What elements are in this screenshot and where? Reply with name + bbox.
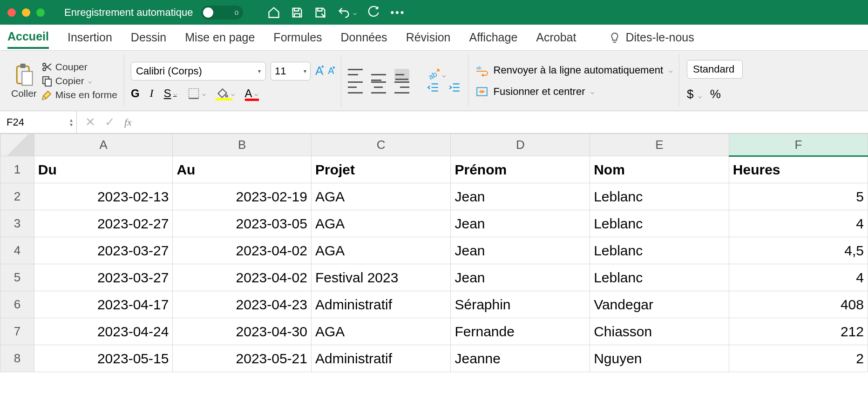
formula-input[interactable] [140,111,868,133]
cell-E3[interactable]: Leblanc [590,210,729,237]
cell-F2[interactable]: 5 [729,183,868,210]
increase-font-button[interactable]: A▴ [315,64,323,78]
column-header-D[interactable]: D [451,134,590,156]
tab-view[interactable]: Affichage [469,27,518,48]
number-format-dropdown[interactable]: Standard [687,60,743,79]
wrap-text-button[interactable]: ab Renvoyer à la ligne automatiquement ⌵ [475,64,672,76]
chevron-down-icon[interactable]: ⌵ [353,9,357,16]
cell-F1[interactable]: Heures [729,156,868,183]
undo-split-button[interactable]: ⌵ [337,6,357,19]
tab-draw[interactable]: Dessin [131,27,166,48]
autosave-toggle[interactable]: o [201,6,243,20]
merge-center-button[interactable]: Fusionner et centrer ⌵ [475,86,672,98]
cell-B8[interactable]: 2023-05-21 [173,345,312,372]
name-box-stepper[interactable]: ▴▾ [70,118,73,127]
align-top-button[interactable] [348,69,363,81]
cell-B1[interactable]: Au [173,156,312,183]
cell-C5[interactable]: Festival 2023 [311,264,450,291]
align-left-button[interactable] [348,81,363,93]
tab-page-layout[interactable]: Mise en page [185,27,255,48]
align-center-button[interactable] [371,81,386,93]
font-color-button[interactable]: A ⌵ [245,87,258,100]
column-header-F[interactable]: F [729,134,868,156]
cell-A7[interactable]: 2023-04-24 [34,318,173,345]
fx-icon[interactable]: fx [124,116,132,128]
row-header-6[interactable]: 6 [0,291,34,318]
cell-D3[interactable]: Jean [451,210,590,237]
tab-acrobat[interactable]: Acrobat [536,27,576,48]
tell-me-search[interactable]: Dites-le-nous [609,31,694,44]
cell-E6[interactable]: Vandegar [590,291,729,318]
name-box[interactable]: F24 ▴▾ [0,111,77,133]
cell-E5[interactable]: Leblanc [590,264,729,291]
cell-F6[interactable]: 408 [729,291,868,318]
cell-D8[interactable]: Jeanne [451,345,590,372]
close-window-button[interactable] [7,8,16,17]
percent-button[interactable]: % [710,87,721,101]
cell-D1[interactable]: Prénom [451,156,590,183]
cell-B3[interactable]: 2023-03-05 [173,210,312,237]
redo-icon[interactable] [367,6,380,19]
row-header-2[interactable]: 2 [0,183,34,210]
cell-B2[interactable]: 2023-02-19 [173,183,312,210]
font-name-dropdown[interactable]: Calibri (Corps) ▾ [131,62,266,80]
cell-D2[interactable]: Jean [451,183,590,210]
align-bottom-button[interactable] [394,69,409,81]
decrease-font-button[interactable]: A▾ [328,66,334,76]
row-header-8[interactable]: 8 [0,345,34,372]
cell-B5[interactable]: 2023-04-02 [173,264,312,291]
cell-C8[interactable]: Administratif [311,345,450,372]
cell-C3[interactable]: AGA [311,210,450,237]
cell-A3[interactable]: 2023-02-27 [34,210,173,237]
column-header-E[interactable]: E [590,134,729,156]
underline-button[interactable]: S⌵ [164,87,177,100]
cell-F3[interactable]: 4 [729,210,868,237]
cell-A1[interactable]: Du [34,156,173,183]
cell-C6[interactable]: Administratif [311,291,450,318]
row-header-5[interactable]: 5 [0,264,34,291]
align-right-button[interactable] [394,81,409,93]
copy-button[interactable]: Copier ⌵ [41,75,117,87]
cell-A2[interactable]: 2023-02-13 [34,183,173,210]
row-header-7[interactable]: 7 [0,318,34,345]
format-painter-button[interactable]: Mise en forme [41,89,117,100]
currency-button[interactable]: $ ⌵ [687,87,702,101]
column-header-A[interactable]: A [34,134,173,156]
cell-F4[interactable]: 4,5 [729,237,868,264]
cell-A8[interactable]: 2023-05-15 [34,345,173,372]
cell-B7[interactable]: 2023-04-30 [173,318,312,345]
column-header-B[interactable]: B [173,134,312,156]
spreadsheet-grid[interactable]: A B C D E F 1 Du Au Projet Prénom Nom He… [0,134,868,372]
cell-D5[interactable]: Jean [451,264,590,291]
tab-review[interactable]: Révision [406,27,451,48]
align-middle-button[interactable] [371,69,386,81]
row-header-3[interactable]: 3 [0,210,34,237]
bold-button[interactable]: G [131,87,140,100]
confirm-formula-button[interactable]: ✓ [105,115,115,129]
tab-data[interactable]: Données [341,27,387,48]
cell-B4[interactable]: 2023-04-02 [173,237,312,264]
row-header-4[interactable]: 4 [0,237,34,264]
cell-F8[interactable]: 2 [729,345,868,372]
cell-D6[interactable]: Séraphin [451,291,590,318]
cell-E1[interactable]: Nom [590,156,729,183]
orientation-button[interactable]: ab ⌵ [427,68,446,81]
column-header-C[interactable]: C [311,134,450,156]
paste-button[interactable]: Coller [11,63,37,99]
cell-D7[interactable]: Fernande [451,318,590,345]
cell-E4[interactable]: Leblanc [590,237,729,264]
decrease-indent-button[interactable] [427,81,440,93]
cell-F5[interactable]: 4 [729,264,868,291]
cell-E2[interactable]: Leblanc [590,183,729,210]
cell-C7[interactable]: AGA [311,318,450,345]
more-icon[interactable]: ••• [390,7,405,19]
cell-B6[interactable]: 2023-04-23 [173,291,312,318]
save-as-icon[interactable] [314,6,327,19]
save-icon[interactable] [291,6,304,19]
minimize-window-button[interactable] [22,8,30,17]
fill-color-button[interactable]: ⌵ [216,87,235,100]
cut-button[interactable]: Couper [41,61,117,73]
cell-A6[interactable]: 2023-04-17 [34,291,173,318]
cell-A5[interactable]: 2023-03-27 [34,264,173,291]
cell-E8[interactable]: Nguyen [590,345,729,372]
